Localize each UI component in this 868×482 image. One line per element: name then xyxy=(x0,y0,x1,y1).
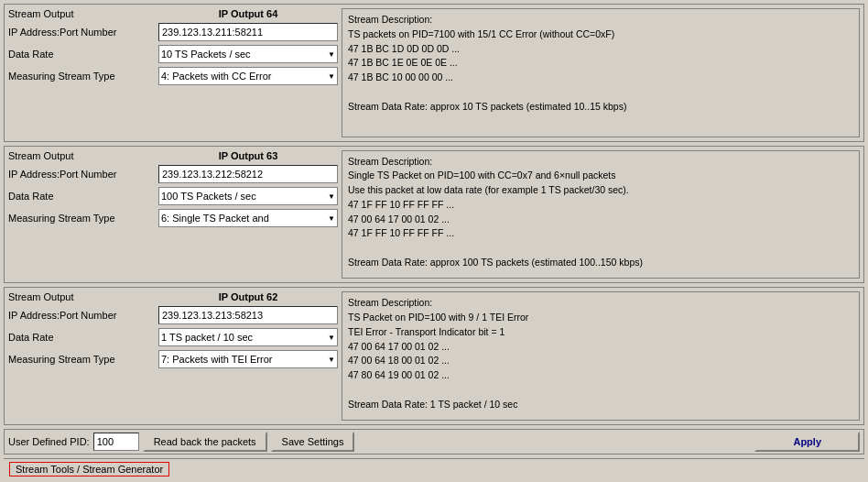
stream-panel-3: Stream OutputIP Output 62IP Address:Port… xyxy=(4,287,864,425)
output-label-3: Stream Output xyxy=(8,291,155,302)
mst-select-wrap-1[interactable]: 4: Packets with CC Error6: Single TS Pac… xyxy=(158,67,338,85)
rate-select-wrap-2[interactable]: 10 TS Packets / sec100 TS Packets / sec1… xyxy=(158,187,338,205)
stream-left-2: Stream OutputIP Output 63IP Address:Port… xyxy=(8,150,338,279)
stream-desc-1: Stream Description:TS packets on PID=710… xyxy=(342,8,860,137)
apply-button[interactable]: Apply xyxy=(754,432,860,452)
mst-label-2: Measuring Stream Type xyxy=(8,213,155,224)
status-bar: Stream Tools / Stream Generator xyxy=(4,458,864,478)
bottom-bar: User Defined PID: Read back the packets … xyxy=(4,429,864,455)
rate-label-2: Data Rate xyxy=(8,191,155,202)
rate-select-2[interactable]: 10 TS Packets / sec100 TS Packets / sec1… xyxy=(161,191,335,202)
stream-desc-3: Stream Description:TS Packet on PID=100 … xyxy=(342,291,860,421)
addr-input-1[interactable] xyxy=(158,23,338,41)
mst-select-3[interactable]: 4: Packets with CC Error6: Single TS Pac… xyxy=(161,354,335,365)
rate-select-wrap-3[interactable]: 10 TS Packets / sec100 TS Packets / sec1… xyxy=(158,328,338,346)
mst-row-3: Measuring Stream Type4: Packets with CC … xyxy=(8,350,338,368)
addr-input-3[interactable] xyxy=(158,306,338,324)
stream-left-3: Stream OutputIP Output 62IP Address:Port… xyxy=(8,291,338,421)
desc-line: Single TS Packet on PID=100 with CC=0x7 … xyxy=(348,169,853,183)
mst-select-2[interactable]: 4: Packets with CC Error6: Single TS Pac… xyxy=(161,213,335,224)
desc-line: Use this packet at low data rate (for ex… xyxy=(348,183,853,198)
stream-desc-2: Stream Description:Single TS Packet on P… xyxy=(342,150,860,279)
rate-select-1[interactable]: 10 TS Packets / sec100 TS Packets / sec1… xyxy=(161,49,335,60)
streams-area: Stream OutputIP Output 64IP Address:Port… xyxy=(4,4,864,425)
rate-label-1: Data Rate xyxy=(8,49,155,60)
mst-select-wrap-3[interactable]: 4: Packets with CC Error6: Single TS Pac… xyxy=(158,350,338,368)
rate-row-3: Data Rate10 TS Packets / sec100 TS Packe… xyxy=(8,328,338,346)
rate-label-3: Data Rate xyxy=(8,332,155,343)
mst-row-2: Measuring Stream Type4: Packets with CC … xyxy=(8,209,338,227)
read-back-button[interactable]: Read back the packets xyxy=(143,432,267,452)
output-row-1: Stream OutputIP Output 64 xyxy=(8,8,338,19)
output-label-2: Stream Output xyxy=(8,150,155,161)
main-container: Stream OutputIP Output 64IP Address:Port… xyxy=(0,0,868,482)
desc-line xyxy=(348,241,853,256)
addr-input-2[interactable] xyxy=(158,165,338,183)
addr-label-3: IP Address:Port Number xyxy=(8,310,155,321)
save-settings-button[interactable]: Save Settings xyxy=(271,432,355,452)
addr-row-3: IP Address:Port Number xyxy=(8,306,338,324)
desc-line: 47 1F FF 10 FF FF FF ... xyxy=(348,226,853,241)
mst-label-3: Measuring Stream Type xyxy=(8,354,155,365)
mst-label-1: Measuring Stream Type xyxy=(8,71,155,82)
addr-row-2: IP Address:Port Number xyxy=(8,165,338,183)
rate-row-2: Data Rate10 TS Packets / sec100 TS Packe… xyxy=(8,187,338,205)
desc-line: Stream Description: xyxy=(348,296,853,311)
desc-line: 47 00 64 18 00 01 02 ... xyxy=(348,354,853,368)
addr-row-1: IP Address:Port Number xyxy=(8,23,338,41)
stream-panel-2: Stream OutputIP Output 63IP Address:Port… xyxy=(4,146,864,284)
desc-line: 47 00 64 17 00 01 02 ... xyxy=(348,213,853,227)
desc-line: TS packets on PID=7100 with 15/1 CC Erro… xyxy=(348,27,853,42)
desc-line: 47 1F FF 10 FF FF FF ... xyxy=(348,198,853,213)
output-value-2: IP Output 63 xyxy=(158,150,338,161)
desc-line: 47 1B BC 1D 0D 0D 0D ... xyxy=(348,42,853,57)
addr-label-1: IP Address:Port Number xyxy=(8,27,155,38)
stream-panel-1: Stream OutputIP Output 64IP Address:Port… xyxy=(4,4,864,142)
desc-line: 47 80 64 19 00 01 02 ... xyxy=(348,368,853,383)
rate-select-wrap-1[interactable]: 10 TS Packets / sec100 TS Packets / sec1… xyxy=(158,45,338,63)
desc-line: Stream Data Rate: approx 10 TS packets (… xyxy=(348,100,853,115)
desc-line: Stream Data Rate: 1 TS packet / 10 sec xyxy=(348,398,853,412)
output-label-1: Stream Output xyxy=(8,8,155,19)
pid-label: User Defined PID: xyxy=(8,436,90,447)
desc-line: TEI Error - Transport Indicator bit = 1 xyxy=(348,325,853,340)
output-row-2: Stream OutputIP Output 63 xyxy=(8,150,338,161)
desc-line xyxy=(348,85,853,100)
mst-select-1[interactable]: 4: Packets with CC Error6: Single TS Pac… xyxy=(161,71,335,82)
desc-line: 47 1B BC 10 00 00 00 ... xyxy=(348,71,853,85)
desc-line: Stream Data Rate: approx 100 TS packets … xyxy=(348,256,853,270)
mst-select-wrap-2[interactable]: 4: Packets with CC Error6: Single TS Pac… xyxy=(158,209,338,227)
stream-left-1: Stream OutputIP Output 64IP Address:Port… xyxy=(8,8,338,137)
rate-row-1: Data Rate10 TS Packets / sec100 TS Packe… xyxy=(8,45,338,63)
desc-line: Stream Description: xyxy=(348,155,853,170)
desc-line xyxy=(348,383,853,398)
desc-line: 47 00 64 17 00 01 02 ... xyxy=(348,340,853,355)
rate-select-3[interactable]: 10 TS Packets / sec100 TS Packets / sec1… xyxy=(161,332,335,343)
desc-line: Stream Description: xyxy=(348,13,853,27)
mst-row-1: Measuring Stream Type4: Packets with CC … xyxy=(8,67,338,85)
desc-line: 47 1B BC 1E 0E 0E 0E ... xyxy=(348,56,853,71)
pid-input[interactable] xyxy=(93,433,139,451)
output-row-3: Stream OutputIP Output 62 xyxy=(8,291,338,302)
output-value-1: IP Output 64 xyxy=(158,8,338,19)
status-text: Stream Tools / Stream Generator xyxy=(9,462,169,477)
desc-line: TS Packet on PID=100 with 9 / 1 TEI Erro… xyxy=(348,311,853,325)
output-value-3: IP Output 62 xyxy=(158,291,338,302)
addr-label-2: IP Address:Port Number xyxy=(8,169,155,180)
